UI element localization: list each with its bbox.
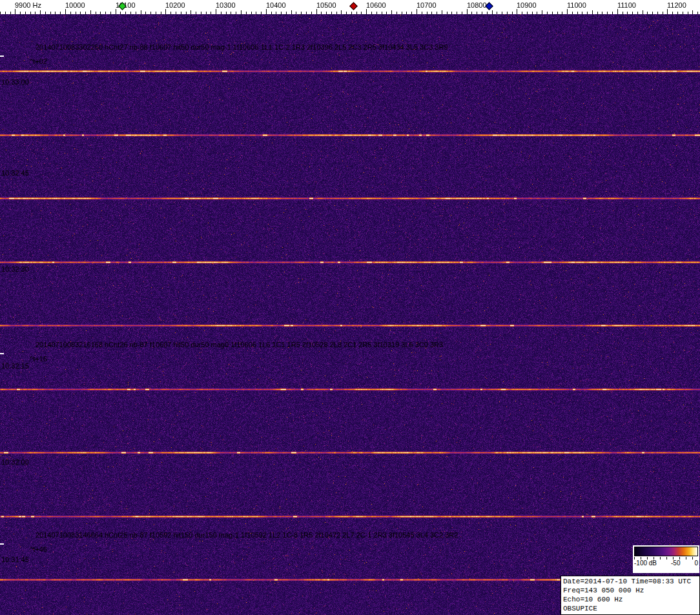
color-scale-legend: -100 dB -50 0	[633, 545, 699, 573]
color-gradient-bar	[634, 547, 698, 556]
legend-min-label: -100 dB	[634, 560, 657, 567]
ruler-label-10500: 10500	[316, 1, 336, 9]
info-date-line: Date=2014-07-10 Time=08:33 UTC	[563, 577, 697, 586]
ruler-label-10400: 10400	[266, 1, 286, 9]
ruler-label-11200: 11200	[667, 1, 686, 9]
info-freq-line: Freq=143 050 000 Hz	[563, 586, 697, 595]
spectrogram-waterfall	[0, 14, 700, 615]
ruler-label-10900: 10900	[517, 1, 537, 9]
frequency-ruler: 9900 Hz100001010010200103001040010500106…	[0, 0, 700, 14]
ruler-label-10200: 10200	[165, 1, 185, 9]
info-echo-line: Echo=10 600 Hz	[563, 595, 697, 604]
ruler-label-11100: 11100	[617, 1, 636, 9]
ruler-label-10300: 10300	[216, 1, 236, 9]
legend-labels: -100 dB -50 0	[634, 560, 698, 567]
info-station-line: OBSUPICE	[563, 604, 697, 613]
legend-mid-label: -50	[671, 560, 680, 567]
ruler-label-10000: 10000	[65, 1, 85, 9]
meteor-echo-spectrogram-window: 9900 Hz100001010010200103001040010500106…	[0, 0, 700, 615]
ruler-label-11000: 11000	[567, 1, 586, 9]
ruler-label-10700: 10700	[417, 1, 437, 9]
legend-max-label: 0	[694, 560, 698, 567]
ruler-label-10600: 10600	[366, 1, 386, 9]
ruler-label-9900: 9900 Hz	[15, 1, 41, 9]
ruler-label-10800: 10800	[467, 1, 487, 9]
observation-info-box: Date=2014-07-10 Time=08:33 UTC Freq=143 …	[561, 576, 700, 615]
